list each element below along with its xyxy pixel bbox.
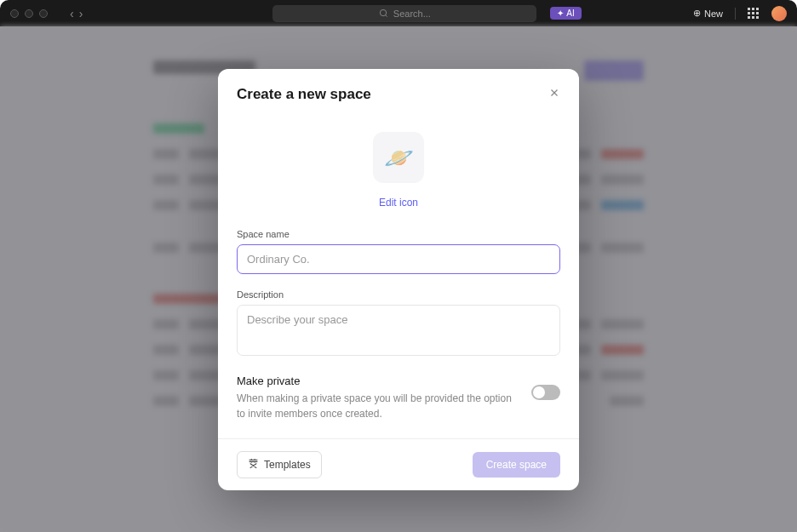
edit-icon-link[interactable]: Edit icon xyxy=(379,197,418,209)
icon-section: 🪐 Edit icon xyxy=(237,132,560,209)
templates-button[interactable]: Templates xyxy=(237,451,322,478)
privacy-text: Make private When making a private space… xyxy=(237,375,518,421)
search-input[interactable]: Search... xyxy=(272,5,536,22)
space-name-group: Space name xyxy=(237,229,560,274)
space-name-input[interactable] xyxy=(237,244,560,274)
minimize-window-icon[interactable] xyxy=(25,9,33,18)
privacy-toggle[interactable] xyxy=(531,385,560,400)
window-chrome: ‹ › Search... ✦ AI ⊕ New xyxy=(0,0,797,26)
space-icon-preview[interactable]: 🪐 xyxy=(373,132,424,183)
close-window-icon[interactable] xyxy=(10,9,19,18)
apps-icon[interactable] xyxy=(748,8,760,20)
description-input[interactable] xyxy=(237,305,560,356)
privacy-title: Make private xyxy=(237,375,518,387)
ai-button[interactable]: ✦ AI xyxy=(550,7,581,20)
planet-icon: 🪐 xyxy=(384,144,414,172)
svg-line-1 xyxy=(385,15,387,17)
create-space-button[interactable]: Create space xyxy=(473,452,560,478)
modal-title: Create a new space xyxy=(237,86,371,103)
back-button[interactable]: ‹ xyxy=(70,7,74,20)
space-name-label: Space name xyxy=(237,229,560,239)
description-group: Description xyxy=(237,289,560,359)
modal-body: 🪐 Edit icon Space name Description Make … xyxy=(218,103,579,438)
modal-overlay[interactable]: Create a new space 🪐 Edit icon Space nam… xyxy=(0,26,797,532)
new-label: New xyxy=(704,9,723,19)
toggle-knob xyxy=(533,386,545,398)
close-icon[interactable] xyxy=(548,87,560,102)
svg-point-0 xyxy=(380,9,386,15)
modal-footer: Templates Create space xyxy=(218,438,579,490)
templates-label: Templates xyxy=(264,459,311,471)
sparkle-icon: ✦ xyxy=(557,9,564,18)
traffic-lights xyxy=(10,9,48,18)
plus-icon: ⊕ xyxy=(693,8,701,19)
divider xyxy=(735,8,736,20)
privacy-description: When making a private space you will be … xyxy=(237,391,518,421)
new-button[interactable]: ⊕ New xyxy=(693,8,723,19)
description-label: Description xyxy=(237,289,560,300)
avatar[interactable] xyxy=(771,6,787,21)
privacy-section: Make private When making a private space… xyxy=(237,375,560,421)
forward-button[interactable]: › xyxy=(79,7,83,20)
modal-header: Create a new space xyxy=(218,69,579,103)
create-space-modal: Create a new space 🪐 Edit icon Space nam… xyxy=(218,69,579,490)
search-icon xyxy=(379,9,388,18)
maximize-window-icon[interactable] xyxy=(39,9,48,18)
wand-icon xyxy=(248,458,259,472)
ai-label: AI xyxy=(566,9,574,18)
search-placeholder: Search... xyxy=(393,9,431,19)
nav-arrows: ‹ › xyxy=(70,7,83,20)
